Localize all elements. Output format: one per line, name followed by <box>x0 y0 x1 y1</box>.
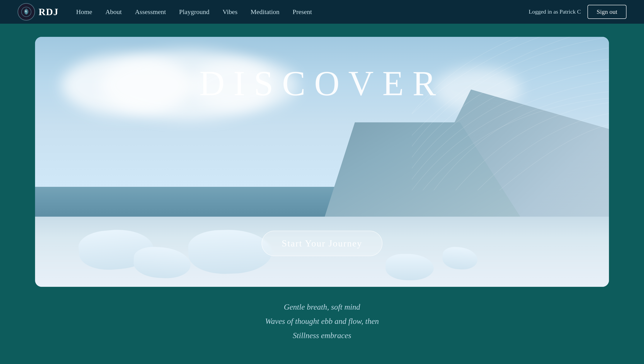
nav-home[interactable]: Home <box>76 8 92 16</box>
poem-section: Gentle breath, soft mind Waves of though… <box>265 300 379 342</box>
nav-present[interactable]: Present <box>293 8 312 16</box>
nav-meditation[interactable]: Meditation <box>250 8 280 16</box>
nav-vibes[interactable]: Vibes <box>222 8 238 16</box>
logo-area[interactable]: RDJ <box>18 3 59 21</box>
nav-right: Logged in as Patrick C Sign out <box>529 5 626 19</box>
logo-icon <box>18 3 35 21</box>
discover-title: DISCOVER <box>199 63 445 104</box>
ice-chunk-2 <box>133 246 192 279</box>
wave-lines-overlay <box>412 37 609 190</box>
logged-in-label: Logged in as Patrick C <box>529 9 581 15</box>
nav-links: Home About Assessment Playground Vibes M… <box>76 8 529 16</box>
svg-point-1 <box>25 10 27 12</box>
nav-about[interactable]: About <box>105 8 122 16</box>
poem-line-2: Waves of thought ebb and flow, then <box>265 314 379 328</box>
main-content: DISCOVER Start Your Journey Gentle breat… <box>0 24 644 342</box>
hero-container: DISCOVER Start Your Journey <box>35 37 609 287</box>
poem-line-1: Gentle breath, soft mind <box>265 300 379 314</box>
ice-chunk-3 <box>188 228 272 275</box>
nav-assessment[interactable]: Assessment <box>135 8 166 16</box>
start-journey-button[interactable]: Start Your Journey <box>262 231 382 256</box>
ice-chunk-5 <box>442 246 478 271</box>
sign-out-button[interactable]: Sign out <box>588 5 626 19</box>
ice-chunk-4 <box>386 254 434 280</box>
nav-playground[interactable]: Playground <box>179 8 210 16</box>
navbar: RDJ Home About Assessment Playground Vib… <box>0 0 644 24</box>
logo-text: RDJ <box>38 6 59 18</box>
poem-line-3: Stillness embraces <box>265 328 379 343</box>
